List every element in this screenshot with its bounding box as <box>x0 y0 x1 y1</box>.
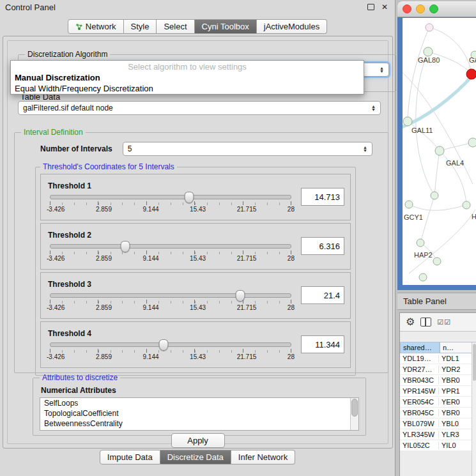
table-cell: YBL079W <box>400 420 439 427</box>
tab-cyni-toolbox[interactable]: Cyni Toolbox <box>195 19 257 34</box>
table-cell: YBR0 <box>439 376 476 384</box>
node-label-gal4: GAL4 <box>446 159 464 167</box>
threshold-label: Threshold 2 <box>48 231 295 240</box>
table-row[interactable]: YDL19…YDL1 <box>400 353 476 364</box>
slider-ticks <box>50 201 291 205</box>
tab-select[interactable]: Select <box>157 19 194 34</box>
slider-tick-labels: -3.4262.8599.14415.4321.71528 <box>47 304 295 311</box>
tick-label: 28 <box>288 353 295 360</box>
scrollbar-thumb[interactable] <box>351 399 358 417</box>
table-cell: YBL0 <box>439 420 476 427</box>
select-columns-icon[interactable]: ☑☑ <box>437 318 451 326</box>
network-node[interactable] <box>431 192 438 199</box>
network-node-gal11[interactable] <box>403 117 412 126</box>
network-node[interactable] <box>419 273 427 281</box>
threshold-value-field[interactable]: 6.316 <box>301 237 344 255</box>
network-node[interactable] <box>468 138 476 147</box>
table-cell: YDL1 <box>439 355 476 362</box>
tick-label: 15.43 <box>190 255 206 262</box>
number-of-intervals-combobox[interactable]: 5 ▲▼ <box>123 142 372 156</box>
tab-label: Infer Network <box>238 452 288 462</box>
network-node-gcy1[interactable] <box>405 201 413 208</box>
node-label-gal80: GAL80 <box>418 56 440 64</box>
node-label-hap2: HAP2 <box>414 251 433 259</box>
threshold-slider[interactable] <box>50 293 291 298</box>
group-title: Discretization Algorithm <box>25 50 110 59</box>
table-cell: YER0 <box>439 398 476 406</box>
threshold-slider[interactable] <box>50 342 291 347</box>
close-traffic-light-icon[interactable] <box>403 4 411 13</box>
float-window-icon[interactable] <box>365 2 376 12</box>
cyni-bottom-tabbar: Impute Data Discretize Data Infer Networ… <box>0 450 395 464</box>
network-canvas[interactable]: GAL80 GAL11 GAL4 GCY1 HAP2 GA H <box>403 18 476 285</box>
table-row[interactable]: YBR045CYBR0 <box>400 408 476 418</box>
table-scrollbar[interactable] <box>472 342 476 476</box>
tab-infer-network[interactable]: Infer Network <box>231 450 295 464</box>
threshold-panel-4: Threshold 4 -3.4262.8599.14415.4321.7152… <box>40 321 351 368</box>
tab-impute-data[interactable]: Impute Data <box>100 450 160 464</box>
tick-label: 9.144 <box>143 255 159 262</box>
network-node[interactable] <box>433 257 441 265</box>
slider-tick-labels: -3.4262.8599.14415.4321.71528 <box>47 255 295 262</box>
zoom-traffic-light-icon[interactable] <box>429 4 438 13</box>
table-toolbar: ⚙ ☑☑ <box>400 313 476 332</box>
dropdown-placeholder: Select algorithm to view settings <box>11 61 364 72</box>
tick-label: 28 <box>288 304 295 311</box>
algorithm-dropdown-popup: Select algorithm to view settings Manual… <box>10 60 364 95</box>
tab-label: Discretize Data <box>167 452 224 462</box>
gear-icon[interactable]: ⚙ <box>406 317 415 327</box>
dropdown-option-equal-width-frequency[interactable]: Equal Width/Frequency Discretization <box>11 83 364 94</box>
network-node[interactable] <box>426 24 433 31</box>
network-node-gal80[interactable] <box>424 47 433 56</box>
group-title: Threshold's Coordinates for 5 Intervals <box>40 162 177 171</box>
scrollbar-thumb[interactable] <box>473 344 476 381</box>
threshold-value-field[interactable]: 14.713 <box>301 188 344 206</box>
network-node-selected-red[interactable] <box>466 69 476 79</box>
threshold-value-field[interactable]: 11.344 <box>301 335 344 353</box>
table-row[interactable]: YDR27…YDR2 <box>400 364 476 375</box>
tick-label: -3.426 <box>47 353 65 360</box>
node-label-partial: GA <box>469 56 476 64</box>
network-node[interactable] <box>463 201 470 209</box>
close-window-icon[interactable]: ✕ <box>380 2 390 12</box>
minimize-traffic-light-icon[interactable] <box>416 4 425 13</box>
tick-label: 9.144 <box>143 206 159 213</box>
table-row[interactable]: YIL052CYIL0 <box>400 440 476 451</box>
tick-label: 9.144 <box>143 353 159 360</box>
tab-jactivemodules[interactable]: jActiveModules <box>257 19 327 34</box>
dropdown-option-manual-discretization[interactable]: Manual Discretization <box>11 72 364 83</box>
table-row[interactable]: YBR043CYBR0 <box>400 375 476 386</box>
network-node-hap2[interactable] <box>417 239 424 247</box>
tick-label: 2.859 <box>96 304 112 311</box>
threshold-value-field[interactable]: 21.4 <box>301 286 344 304</box>
table-row[interactable]: YLR345WYLR3 <box>400 429 476 440</box>
table-cell: YDR27… <box>400 365 439 373</box>
column-header-name[interactable]: n… <box>440 342 476 353</box>
tick-label: 2.859 <box>96 255 112 262</box>
table-row[interactable]: YER054CYER0 <box>400 397 476 408</box>
tab-style[interactable]: Style <box>124 19 157 34</box>
table-row[interactable]: YPR145WYPR1 <box>400 386 476 397</box>
table-data-combobox[interactable]: galFiltered.sif default node ▲▼ <box>18 101 381 115</box>
tick-label: 2.859 <box>96 353 112 360</box>
threshold-slider[interactable] <box>50 244 291 249</box>
tab-discretize-data[interactable]: Discretize Data <box>160 450 231 464</box>
table-row[interactable]: YBL079WYBL0 <box>400 418 476 429</box>
slider-tick-labels: -3.4262.8599.14415.4321.71528 <box>47 206 295 213</box>
list-item[interactable]: SelfLoops <box>40 398 358 408</box>
list-item[interactable]: BetweennessCentrality <box>40 418 358 429</box>
column-header-shared-name[interactable]: shared… <box>400 342 440 353</box>
list-item[interactable]: TopologicalCoefficient <box>40 408 358 418</box>
network-view-window: GAL80 GAL11 GAL4 GCY1 HAP2 GA H <box>397 1 476 290</box>
table-cell: YIL052C <box>400 441 439 449</box>
network-node-gal4[interactable] <box>435 146 444 155</box>
columns-icon[interactable] <box>420 318 431 326</box>
threshold-label: Threshold 1 <box>48 181 295 190</box>
tick-label: 15.43 <box>190 304 206 311</box>
discretize-data-panel: Discretization Algorithm ▲▼ Select algor… <box>7 40 388 444</box>
tab-network[interactable]: Network <box>68 19 124 34</box>
list-scrollbar[interactable] <box>350 398 358 430</box>
apply-button[interactable]: Apply <box>171 433 225 448</box>
threshold-slider[interactable] <box>50 195 291 199</box>
numerical-attributes-list[interactable]: SelfLoopsTopologicalCoefficientBetweenne… <box>40 397 359 431</box>
